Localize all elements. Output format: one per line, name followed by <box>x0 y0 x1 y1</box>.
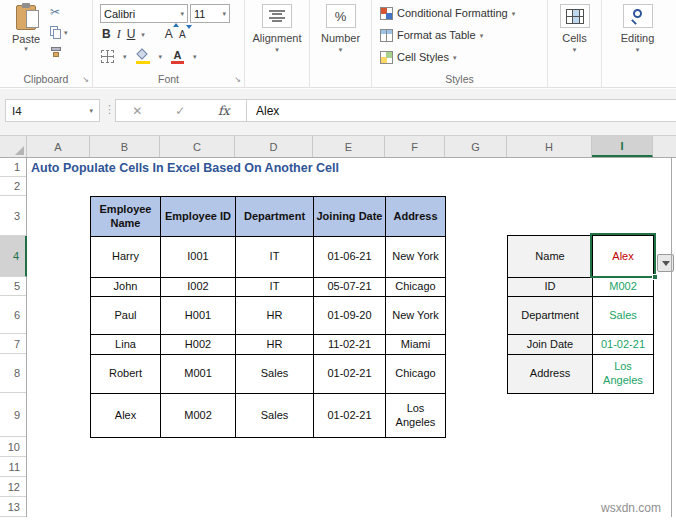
cell[interactable]: Alex <box>91 394 161 438</box>
formula-input[interactable]: Alex <box>247 99 676 122</box>
row-header-10[interactable]: 10 <box>0 437 26 457</box>
cell[interactable]: Lina <box>91 335 161 355</box>
copy-button[interactable]: ▾ <box>50 22 84 42</box>
font-color-icon[interactable]: A <box>171 49 184 64</box>
clipboard-dialog-launcher[interactable]: ↘ <box>82 76 89 84</box>
row-header-6[interactable]: 6 <box>0 296 26 334</box>
column-header-F[interactable]: F <box>385 136 445 157</box>
cell[interactable]: 01-02-21 <box>314 394 386 438</box>
column-header-D[interactable]: D <box>235 136 313 157</box>
name-box[interactable]: I4 ▾ <box>5 99 100 122</box>
underline-button[interactable]: U <box>127 27 136 41</box>
cell-styles-button[interactable]: Cell Styles▾ <box>380 49 456 65</box>
decrease-font-button[interactable]: A <box>179 29 186 40</box>
row-header-2[interactable]: 2 <box>0 177 26 196</box>
cell[interactable]: I001 <box>161 237 236 278</box>
cell[interactable]: 01-06-21 <box>314 237 386 278</box>
bold-button[interactable]: B <box>102 27 111 41</box>
column-header-C[interactable]: C <box>160 136 235 157</box>
employee-table-header[interactable]: Joining Date <box>314 197 386 237</box>
row-header-5[interactable]: 5 <box>0 277 26 296</box>
font-color-dropdown-arrow[interactable]: ▾ <box>193 53 197 60</box>
cell[interactable]: HR <box>236 335 314 355</box>
cell[interactable]: HR <box>236 297 314 335</box>
borders-dropdown-arrow[interactable]: ▾ <box>123 53 127 60</box>
cell[interactable]: Paul <box>91 297 161 335</box>
name-box-dropdown-arrow[interactable]: ▾ <box>89 107 93 114</box>
column-header-H[interactable]: H <box>507 136 592 157</box>
lookup-label-cell[interactable]: Department <box>508 297 593 335</box>
insert-function-button[interactable]: fx <box>218 103 230 118</box>
cell[interactable]: Robert <box>91 355 161 394</box>
cell[interactable]: Harry <box>91 237 161 278</box>
lookup-value-cell[interactable]: Alex <box>593 236 654 278</box>
lookup-value-cell[interactable]: 01-02-21 <box>593 335 654 355</box>
employee-table-header[interactable]: Employee Name <box>91 197 161 237</box>
row-header-11[interactable]: 11 <box>0 457 26 477</box>
cell[interactable]: Sales <box>236 394 314 438</box>
borders-icon[interactable] <box>101 50 114 63</box>
employee-table-header[interactable]: Address <box>386 197 446 237</box>
cell[interactable]: Chicago <box>386 355 446 394</box>
row-header-12[interactable]: 12 <box>0 477 26 497</box>
cancel-button[interactable]: ✕ <box>132 104 142 118</box>
lookup-label-cell[interactable]: Address <box>508 355 593 394</box>
lookup-value-cell[interactable]: Sales <box>593 297 654 335</box>
cell[interactable]: Chicago <box>386 278 446 297</box>
cell[interactable]: John <box>91 278 161 297</box>
cell[interactable]: New York <box>386 237 446 278</box>
underline-dropdown-arrow[interactable]: ▾ <box>141 31 145 38</box>
cut-button[interactable]: ✂ <box>50 2 84 22</box>
italic-button[interactable]: I <box>117 27 121 41</box>
lookup-label-cell[interactable]: Name <box>508 236 593 278</box>
editing-button[interactable]: Editing ▾ <box>602 4 673 53</box>
cell[interactable]: M002 <box>161 394 236 438</box>
cell[interactable]: Miami <box>386 335 446 355</box>
cell[interactable]: 01-09-20 <box>314 297 386 335</box>
lookup-value-cell[interactable]: Los Angeles <box>593 355 654 394</box>
fill-color-dropdown-arrow[interactable]: ▾ <box>159 53 163 60</box>
paste-button[interactable]: Paste ▾ <box>6 3 46 73</box>
row-header-8[interactable]: 8 <box>0 354 26 393</box>
row-header-7[interactable]: 7 <box>0 334 26 354</box>
column-header-E[interactable]: E <box>313 136 385 157</box>
conditional-formatting-button[interactable]: Conditional Formatting▾ <box>380 5 515 21</box>
cell[interactable]: 11-02-21 <box>314 335 386 355</box>
alignment-button[interactable]: Alignment ▾ <box>245 4 309 53</box>
format-painter-button[interactable] <box>50 42 84 62</box>
row-header-1[interactable]: 1 <box>0 158 26 177</box>
cell[interactable]: M001 <box>161 355 236 394</box>
paste-dropdown-arrow[interactable]: ▾ <box>24 45 28 52</box>
lookup-label-cell[interactable]: Join Date <box>508 335 593 355</box>
row-header-4[interactable]: 4 <box>0 236 27 277</box>
row-header-3[interactable]: 3 <box>0 196 26 236</box>
cell[interactable]: I002 <box>161 278 236 297</box>
cell[interactable]: 05-07-21 <box>314 278 386 297</box>
column-header-A[interactable]: A <box>27 136 90 157</box>
format-as-table-button[interactable]: Format as Table▾ <box>380 27 483 43</box>
cell[interactable]: H001 <box>161 297 236 335</box>
cell[interactable]: Los Angeles <box>386 394 446 438</box>
cell[interactable]: New York <box>386 297 446 335</box>
select-all-corner[interactable] <box>0 136 27 157</box>
font-size-combo[interactable]: 11▾ <box>190 4 230 23</box>
row-header-9[interactable]: 9 <box>0 393 26 437</box>
cell[interactable]: IT <box>236 278 314 297</box>
increase-font-button[interactable]: A <box>165 27 173 41</box>
enter-button[interactable]: ✓ <box>175 104 185 118</box>
number-button[interactable]: % Number ▾ <box>310 4 371 53</box>
column-header-G[interactable]: G <box>445 136 507 157</box>
cell[interactable]: 01-02-21 <box>314 355 386 394</box>
font-name-combo[interactable]: Calibri▾ <box>100 4 188 23</box>
font-dialog-launcher[interactable]: ↘ <box>234 76 241 84</box>
column-header-I[interactable]: I <box>592 136 653 157</box>
employee-table-header[interactable]: Department <box>236 197 314 237</box>
sheet-title-cell[interactable]: Auto Populate Cells In Excel Based On An… <box>31 161 339 175</box>
formula-bar-splitter[interactable]: ⋮ <box>104 103 115 116</box>
fill-color-icon[interactable] <box>136 50 150 64</box>
cell[interactable]: IT <box>236 237 314 278</box>
row-header-13[interactable]: 13 <box>0 497 26 517</box>
column-header-B[interactable]: B <box>90 136 160 157</box>
cells-button[interactable]: Cells ▾ <box>548 4 601 53</box>
lookup-value-cell[interactable]: M002 <box>593 278 654 297</box>
